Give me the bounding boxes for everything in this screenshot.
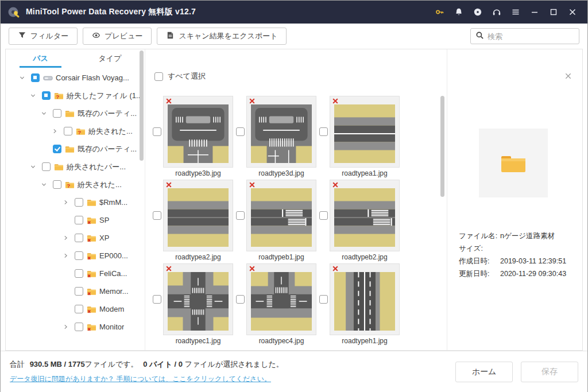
tree-item[interactable]: Corsair Flash Voyag... [6, 69, 145, 87]
chevron-right-icon[interactable] [63, 324, 71, 330]
search-box[interactable] [470, 28, 579, 44]
chevron-down-icon[interactable] [41, 110, 49, 117]
tree-item[interactable]: 既存のパーティ... [6, 104, 145, 122]
tree-item[interactable]: 紛失されたパー... [6, 158, 145, 176]
minimize-icon[interactable] [530, 7, 539, 17]
file-checkbox[interactable] [153, 211, 161, 220]
tree-checkbox[interactable] [42, 162, 51, 171]
tree-checkbox[interactable] [75, 234, 83, 242]
deleted-mark-icon [249, 266, 255, 271]
search-icon [475, 31, 484, 42]
tree-checkbox[interactable] [75, 305, 83, 313]
menu-icon[interactable] [511, 7, 520, 17]
file-checkbox[interactable] [319, 127, 328, 136]
file-checkbox[interactable] [319, 295, 328, 304]
file-checkbox[interactable] [236, 127, 245, 136]
tree-item-label: XP [99, 234, 109, 242]
select-all-checkbox[interactable] [154, 72, 163, 81]
tree-item[interactable]: $RmM... [6, 193, 145, 211]
file-name: roadtypeb2.jpg [330, 251, 400, 263]
tree-checkbox[interactable] [31, 73, 40, 82]
chevron-right-icon[interactable] [63, 253, 71, 259]
save-button[interactable]: 保存 [521, 362, 578, 382]
chevron-right-icon[interactable] [63, 199, 71, 205]
tree-checkbox[interactable] [42, 91, 51, 100]
preview-panel: ファイル名: nゲージ道路素材 サイズ: 作成日時: 2019-03-11 12… [447, 49, 582, 350]
tree-item[interactable]: EP000... [6, 247, 145, 265]
file-thumbnail[interactable] [330, 263, 400, 335]
tree-checkbox[interactable] [75, 269, 83, 278]
help-link[interactable]: データ復旧に問題がありますか？ 手順については、ここをクリックしてください。 [10, 374, 271, 384]
file-name: roadtypeb1.jpg [246, 251, 316, 263]
file-thumbnail[interactable] [246, 96, 316, 168]
search-input[interactable] [488, 32, 574, 41]
tree-item[interactable]: XP [6, 229, 145, 247]
tree-scrollbar[interactable] [140, 51, 144, 161]
key-icon[interactable] [435, 7, 444, 17]
preview-thumbnail [479, 129, 548, 197]
bell-icon[interactable] [454, 7, 463, 17]
close-icon[interactable] [568, 7, 577, 17]
chevron-right-icon[interactable] [52, 128, 60, 134]
file-checkbox[interactable] [236, 211, 245, 220]
tab-path[interactable]: パス [6, 49, 75, 68]
selected-value: 0 バイト / 0 [143, 360, 183, 368]
file-grid-scrollbar[interactable] [440, 96, 444, 197]
chevron-down-icon[interactable] [30, 92, 38, 99]
chevron-down-icon[interactable] [19, 75, 27, 81]
maximize-icon[interactable] [549, 7, 558, 17]
tree-checkbox[interactable] [75, 216, 83, 224]
preview-button-label: プレビュー [105, 31, 142, 41]
file-tile: roadtypeb2.jpg [319, 180, 403, 263]
home-button[interactable]: ホーム [455, 362, 513, 382]
tree-item[interactable]: Memor... [6, 282, 145, 300]
tree-checkbox[interactable] [64, 127, 72, 135]
total-label: 合計 [10, 360, 25, 368]
tree-item[interactable]: 既存のパーティ... [6, 140, 145, 158]
file-name: roadtypea1.jpg [330, 168, 400, 180]
tree-checkbox[interactable] [53, 180, 61, 189]
file-name: roadtypeh1.jpg [330, 335, 400, 347]
tree-checkbox[interactable] [75, 323, 83, 331]
tree-checkbox[interactable] [75, 287, 83, 296]
tree-item[interactable]: Monitor [6, 318, 145, 336]
file-thumbnail[interactable] [163, 180, 233, 251]
tree-item[interactable]: SP [6, 211, 145, 229]
folder-x-icon [87, 234, 96, 243]
chevron-down-icon[interactable] [41, 181, 49, 188]
file-thumbnail[interactable] [163, 263, 233, 335]
drive-icon [43, 73, 53, 83]
tree-item-label: SP [99, 216, 109, 224]
preview-button[interactable]: プレビュー [83, 28, 152, 45]
file-thumbnail[interactable] [330, 96, 400, 168]
file-checkbox[interactable] [153, 295, 161, 304]
file-thumbnail[interactable] [330, 180, 400, 251]
folder-tree: Corsair Flash Voyag...?紛失したファイル (1...既存の… [6, 69, 145, 350]
tab-type[interactable]: タイプ [75, 49, 145, 68]
tree-item[interactable]: ?紛失された... [6, 176, 145, 193]
file-checkbox[interactable] [236, 295, 245, 304]
headset-icon[interactable] [492, 7, 501, 17]
file-thumbnail[interactable] [163, 96, 233, 168]
tree-item[interactable]: FeliCa... [6, 265, 145, 282]
tree-checkbox[interactable] [53, 109, 61, 118]
preview-close-icon[interactable] [564, 72, 572, 80]
total-unit: ファイルです。 [85, 360, 138, 368]
folder-question-icon: ? [65, 180, 75, 189]
tree-item[interactable]: Modem [6, 300, 145, 318]
disc-icon[interactable] [473, 7, 482, 17]
filter-button[interactable]: フィルター [9, 28, 78, 45]
file-thumbnail[interactable] [246, 180, 316, 251]
chevron-down-icon[interactable] [30, 164, 38, 170]
file-tile: roadtypea2.jpg [153, 180, 236, 263]
tree-checkbox[interactable] [75, 198, 83, 207]
file-checkbox[interactable] [153, 127, 161, 136]
tree-checkbox[interactable] [75, 251, 83, 260]
tree-checkbox[interactable] [53, 145, 61, 153]
file-thumbnail[interactable] [246, 263, 316, 335]
tree-item[interactable]: ?紛失された... [6, 122, 145, 140]
export-scan-results-button[interactable]: スキャン結果をエクスポート [157, 28, 287, 45]
file-checkbox[interactable] [319, 211, 328, 220]
tree-item[interactable]: ?紛失したファイル (1... [6, 87, 145, 104]
chevron-right-icon[interactable] [63, 235, 71, 241]
